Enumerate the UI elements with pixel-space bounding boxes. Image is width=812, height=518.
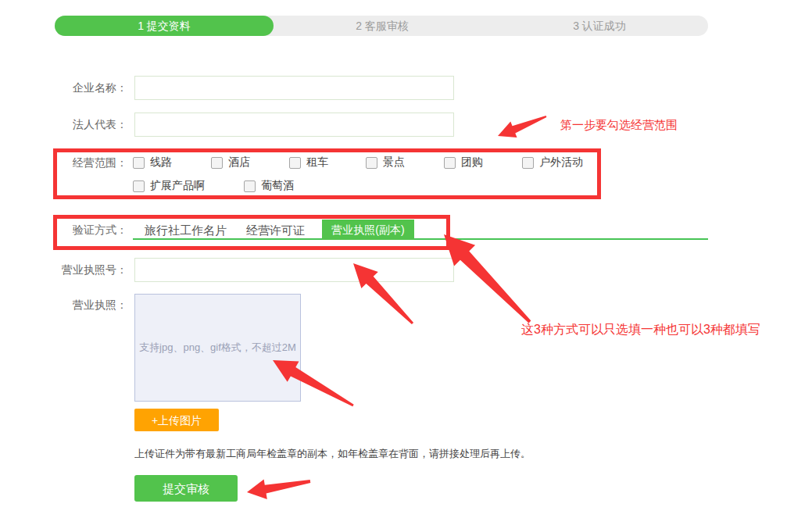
scope-option-huwai[interactable]: 户外活动 <box>522 155 583 170</box>
checkbox-icon[interactable] <box>522 157 534 169</box>
checkbox-icon[interactable] <box>366 157 377 169</box>
annotation-method-note: 这3种方式可以只选填一种也可以3种都填写 <box>521 322 760 338</box>
step-2-service-review: 2 客服审核 <box>274 16 491 36</box>
tab-operating-permit[interactable]: 经营许可证 <box>246 223 305 238</box>
tab-business-card[interactable]: 旅行社工作名片 <box>145 223 227 238</box>
license-no-label: 营业执照号： <box>55 258 127 282</box>
scope-option-kuozhan[interactable]: 扩展产品啊 <box>133 179 205 193</box>
arrow-to-scope-box-icon <box>498 116 546 138</box>
upload-hint: 支持jpg、png、gif格式，不超过2M <box>139 341 296 355</box>
scope-option-zuche[interactable]: 租车 <box>289 155 328 170</box>
checkbox-label: 扩展产品啊 <box>150 179 205 193</box>
checkbox-label: 线路 <box>150 155 172 170</box>
checkbox-icon[interactable] <box>289 157 301 169</box>
arrow-to-submit-button-icon <box>247 479 310 499</box>
checkbox-label: 租车 <box>306 155 328 170</box>
verify-method-label: 验证方式： <box>55 224 127 236</box>
license-no-input[interactable] <box>134 258 454 282</box>
upload-dropzone[interactable]: 支持jpg、png、gif格式，不超过2M <box>134 294 301 402</box>
checkbox-label: 景点 <box>383 155 405 170</box>
legal-rep-input[interactable] <box>134 113 454 137</box>
scope-option-putaojiu[interactable]: 葡萄酒 <box>244 179 294 193</box>
verification-form-page: 1 提交资料 2 客服审核 3 认证成功 企业名称： 法人代表： 经营范围： 线… <box>0 0 812 518</box>
submit-review-button[interactable]: 提交审核 <box>134 475 238 502</box>
upload-image-button[interactable]: +上传图片 <box>134 409 219 431</box>
tab-business-license-active[interactable]: 营业执照(副本) <box>322 220 414 240</box>
tab-underline <box>133 238 708 240</box>
company-name-label: 企业名称： <box>55 76 127 100</box>
upload-note: 上传证件为带有最新工商局年检盖章的副本，如年检盖章在背面，请拼接处理后再上传。 <box>134 447 531 461</box>
checkbox-icon[interactable] <box>211 157 223 169</box>
checkbox-icon[interactable] <box>133 180 145 192</box>
checkbox-icon[interactable] <box>133 157 145 169</box>
scope-option-tuangou[interactable]: 团购 <box>444 155 483 170</box>
license-img-label: 营业执照： <box>55 298 127 311</box>
checkbox-label: 葡萄酒 <box>261 179 294 193</box>
checkbox-label: 团购 <box>461 155 483 170</box>
company-name-input[interactable] <box>134 76 454 100</box>
scope-option-jingdian[interactable]: 景点 <box>366 155 405 170</box>
step-3-verified: 3 认证成功 <box>491 16 708 36</box>
arrow-to-tabs-icon <box>444 234 531 323</box>
checkbox-icon[interactable] <box>244 180 256 192</box>
legal-rep-label: 法人代表： <box>55 113 127 137</box>
checkbox-label: 酒店 <box>228 155 250 170</box>
business-scope-label: 经营范围： <box>55 157 127 168</box>
checkbox-icon[interactable] <box>444 157 456 169</box>
checkbox-label: 户外活动 <box>539 155 583 170</box>
step-1-submit-info: 1 提交资料 <box>55 16 274 36</box>
annotation-scope-note: 第一步要勾选经营范围 <box>560 118 678 133</box>
scope-option-jiudian[interactable]: 酒店 <box>211 155 250 170</box>
scope-option-xianlu[interactable]: 线路 <box>133 155 172 170</box>
